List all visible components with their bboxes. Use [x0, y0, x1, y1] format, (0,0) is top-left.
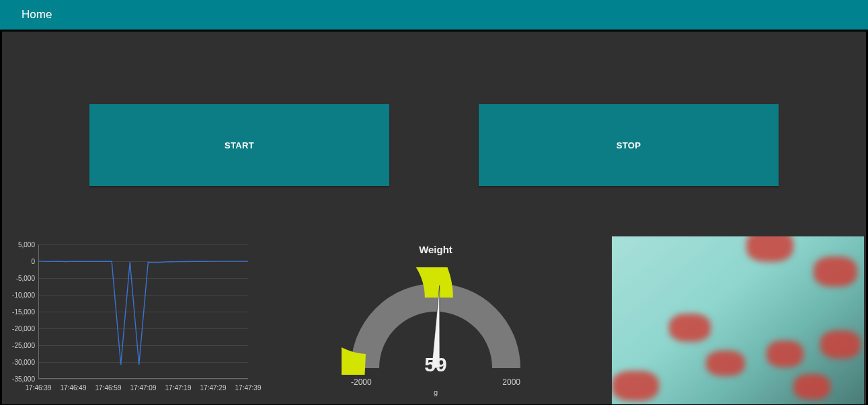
gauge-title: Weight	[335, 244, 537, 255]
main-panel: START STOP 5,0000-5,000-10,000-15,000-20…	[2, 32, 866, 404]
chart-x-tick: 17:46:49	[61, 384, 87, 392]
gauge-max-label: 2000	[502, 377, 520, 387]
gauge-unit: g	[335, 388, 537, 396]
chart-y-tick: 0	[31, 258, 35, 265]
widget-row: 5,0000-5,000-10,000-15,000-20,000-25,000…	[2, 236, 866, 404]
chart-x-tick: 17:46:39	[26, 384, 52, 392]
stop-button[interactable]: STOP	[479, 104, 779, 186]
chart-y-tick: -30,000	[12, 359, 35, 366]
chart-x-tick: 17:46:59	[95, 384, 122, 392]
start-button[interactable]: START	[89, 104, 389, 186]
page-title: Home	[22, 8, 52, 21]
weight-timeseries-chart: 5,0000-5,000-10,000-15,000-20,000-25,000…	[6, 243, 270, 401]
chart-y-tick: -10,000	[12, 291, 35, 299]
chart-y-tick: -35,000	[12, 375, 35, 383]
control-row: START STOP	[2, 32, 866, 186]
chart-plot-area	[38, 244, 248, 379]
chart-y-tick: -25,000	[12, 342, 35, 349]
gauge-min-label: -2000	[351, 377, 372, 387]
chart-y-tick: -5,000	[16, 275, 35, 282]
app-header: Home	[0, 0, 868, 30]
weight-gauge: Weight 59 -2000 2000 g	[335, 244, 537, 396]
chart-x-tick: 17:47:19	[165, 384, 192, 392]
camera-feed	[612, 236, 864, 404]
chart-x-tick: 17:47:39	[235, 384, 262, 392]
chart-x-tick: 17:47:09	[130, 384, 157, 392]
chart-x-tick: 17:47:29	[200, 384, 227, 392]
chart-y-tick: -15,000	[12, 308, 35, 316]
chart-y-tick: -20,000	[12, 325, 35, 332]
chart-y-tick: 5,000	[18, 241, 35, 249]
